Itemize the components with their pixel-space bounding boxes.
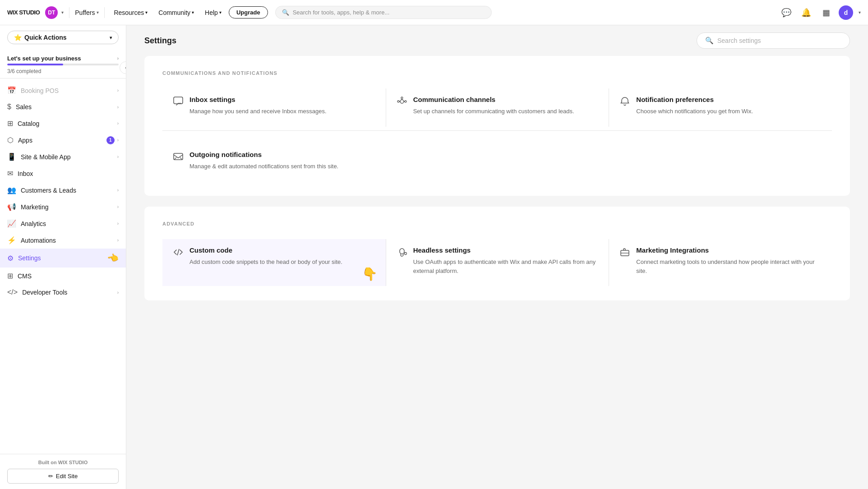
sidebar-item-sales[interactable]: $ Sales › <box>0 99 126 115</box>
page-header: Settings 🔍 Search settings <box>126 25 868 56</box>
dashboard-icon[interactable]: ▦ <box>819 5 833 20</box>
sidebar-bottom: Built on WIX STUDIO ✏ Edit Site <box>0 454 126 489</box>
setup-progress-bar <box>7 64 119 65</box>
sidebar-item-label: CMS <box>18 272 32 280</box>
sidebar-item-label: Booking POS <box>21 87 59 94</box>
advanced-cards: Custom code Add custom code snippets to … <box>162 239 832 286</box>
calendar-icon: 📅 <box>7 86 16 95</box>
setup-chevron-icon: › <box>117 56 119 61</box>
sidebar-item-automations[interactable]: ⚡ Automations › <box>0 232 126 249</box>
sidebar-item-label: Sales <box>16 103 32 111</box>
outgoing-notifications-title[interactable]: Outgoing notifications <box>189 151 338 158</box>
grid-icon: ⊞ <box>7 119 13 128</box>
site-name: Puffers <box>75 9 95 16</box>
sidebar-item-label: Catalog <box>18 120 39 127</box>
sidebar-item-inbox[interactable]: ✉ Inbox <box>0 165 126 182</box>
sidebar-item-settings[interactable]: ⚙ Settings 👈 <box>0 249 126 268</box>
marketing-integrations-card[interactable]: Marketing Integrations Connect marketing… <box>609 239 832 286</box>
user-account-avatar[interactable]: d <box>839 5 853 20</box>
settings-search-input[interactable]: 🔍 Search settings <box>697 32 850 49</box>
communication-channels-desc: Set up channels for communicating with c… <box>413 107 574 116</box>
sidebar-item-site-mobile[interactable]: 📱 Site & Mobile App › <box>0 148 126 165</box>
chevron-right-icon: › <box>117 88 119 93</box>
top-navigation: WIX STUDIO DT ▾ Puffers ▾ Resources ▾ Co… <box>0 0 868 25</box>
sidebar-item-booking-pos[interactable]: 📅 Booking POS › <box>0 82 126 99</box>
sidebar-navigation: 📅 Booking POS › $ Sales › ⊞ Catalog › <box>0 78 126 454</box>
nav-divider-2 <box>104 7 105 18</box>
sidebar-item-cms[interactable]: ⊞ CMS <box>0 268 126 284</box>
devtools-icon: </> <box>7 288 18 296</box>
marketing-integrations-title[interactable]: Marketing Integrations <box>636 246 821 254</box>
user-avatar-dt[interactable]: DT <box>45 6 58 19</box>
notification-preferences-card[interactable]: Notification preferences Choose which no… <box>609 88 832 127</box>
site-chevron-icon: ▾ <box>97 10 99 15</box>
notifications-icon[interactable]: 🔔 <box>799 5 813 20</box>
headless-icon <box>397 247 407 259</box>
upgrade-button[interactable]: Upgrade <box>229 6 268 18</box>
community-menu[interactable]: Community ▾ <box>155 7 198 18</box>
nav-divider <box>69 7 69 18</box>
sidebar-top: ⭐ Quick Actions ▾ <box>0 25 126 50</box>
setup-bar[interactable]: Let's set up your business › 3/6 complet… <box>0 50 126 78</box>
help-label: Help <box>205 9 218 16</box>
dollar-icon: $ <box>7 103 11 111</box>
svg-point-1 <box>400 100 404 103</box>
headless-settings-title[interactable]: Headless settings <box>413 246 598 254</box>
search-settings-placeholder: Search settings <box>717 37 761 44</box>
inbox-settings-title[interactable]: Inbox settings <box>189 96 327 103</box>
sidebar-item-developer-tools[interactable]: </> Developer Tools › <box>0 284 126 300</box>
apps-icon: ⬡ <box>7 136 14 144</box>
search-icon: 🔍 <box>705 37 714 45</box>
edit-site-label: Edit Site <box>56 473 78 480</box>
community-label: Community <box>158 9 190 16</box>
sidebar-item-customers-leads[interactable]: 👥 Customers & Leads › <box>0 182 126 198</box>
communication-channels-title[interactable]: Communication channels <box>413 96 574 103</box>
communication-channels-card[interactable]: Communication channels Set up channels f… <box>386 88 609 127</box>
inbox-settings-card[interactable]: Inbox settings Manage how you send and r… <box>162 88 386 127</box>
help-menu[interactable]: Help ▾ <box>201 7 225 18</box>
sidebar-item-label: Settings <box>18 254 41 262</box>
sidebar-item-apps[interactable]: ⬡ Apps 1 › <box>0 132 126 148</box>
star-icon: ⭐ <box>14 34 22 41</box>
dt-chevron-icon[interactable]: ▾ <box>61 10 64 15</box>
sidebar-item-analytics[interactable]: 📈 Analytics › <box>0 215 126 232</box>
svg-point-2 <box>397 101 399 102</box>
site-selector[interactable]: Puffers ▾ <box>75 9 99 16</box>
chat-icon <box>173 97 183 109</box>
global-search[interactable]: 🔍 Search for tools, apps, help & more... <box>275 6 492 19</box>
notification-preferences-desc: Choose which notifications you get from … <box>636 107 753 116</box>
quick-actions-button[interactable]: ⭐ Quick Actions ▾ <box>7 31 119 44</box>
svg-point-3 <box>405 101 406 102</box>
chevron-right-icon: › <box>117 221 119 226</box>
headless-settings-card[interactable]: Headless settings Use OAuth apps to auth… <box>386 239 609 286</box>
chevron-right-icon: › <box>117 188 119 193</box>
notification-preferences-title[interactable]: Notification preferences <box>636 96 753 103</box>
sidebar-item-label: Site & Mobile App <box>21 153 71 161</box>
megaphone-icon: 📢 <box>7 203 16 211</box>
bolt-icon: ⚡ <box>7 236 16 244</box>
sidebar-item-label: Customers & Leads <box>21 187 76 194</box>
custom-code-card[interactable]: Custom code Add custom code snippets to … <box>162 239 386 286</box>
sidebar-item-catalog[interactable]: ⊞ Catalog › <box>0 115 126 132</box>
analytics-icon: 📈 <box>7 219 16 228</box>
custom-code-title[interactable]: Custom code <box>189 246 342 254</box>
sidebar-item-marketing[interactable]: 📢 Marketing › <box>0 198 126 215</box>
help-chevron-icon: ▾ <box>219 10 222 15</box>
user-chevron-icon[interactable]: ▾ <box>859 10 861 15</box>
outgoing-notifications-card[interactable]: Outgoing notifications Manage & edit aut… <box>162 143 386 182</box>
svg-line-9 <box>177 249 179 255</box>
apps-badge: 1 <box>106 136 115 144</box>
pencil-icon: ✏ <box>48 473 53 480</box>
sidebar-item-label: Marketing <box>21 203 48 211</box>
search-placeholder: Search for tools, apps, help & more... <box>293 9 390 16</box>
sidebar-item-label: Apps <box>18 137 32 144</box>
resources-label: Resources <box>114 9 144 16</box>
messages-icon[interactable]: 💬 <box>779 5 794 20</box>
sidebar-item-label: Analytics <box>21 220 46 227</box>
bell-icon <box>620 97 630 109</box>
edit-site-button[interactable]: ✏ Edit Site <box>7 469 119 484</box>
hand-pointing-icon: 👇 <box>362 267 378 281</box>
resources-menu[interactable]: Resources ▾ <box>110 7 151 18</box>
quick-actions-chevron-icon: ▾ <box>110 35 112 40</box>
chevron-right-icon: › <box>117 121 119 126</box>
